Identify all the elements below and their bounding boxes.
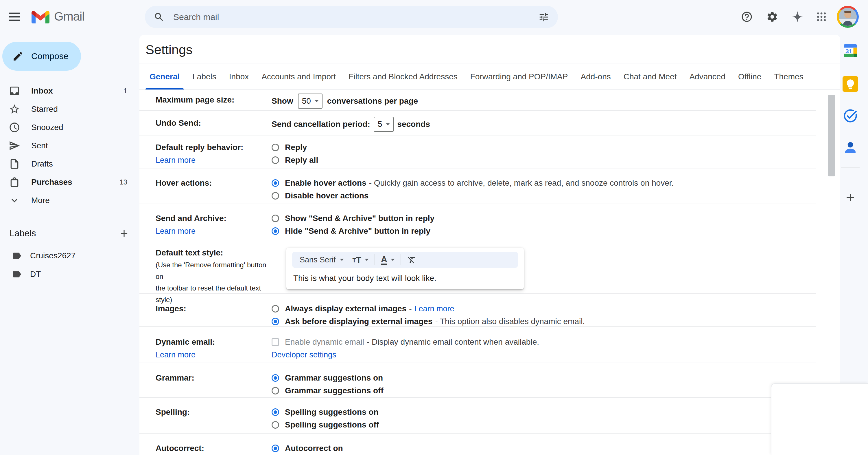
sidebar-item-snoozed[interactable]: Snoozed xyxy=(0,118,136,136)
row-label: Spelling: xyxy=(156,406,272,419)
radio-grammar-on[interactable] xyxy=(272,374,279,382)
developer-settings-link[interactable]: Developer settings xyxy=(272,348,336,361)
cancellation-prefix: Send cancellation period: xyxy=(272,118,370,131)
radio-grammar-off[interactable] xyxy=(272,387,279,395)
row-label: Default reply behavior: xyxy=(156,141,272,154)
tab-chat-and-meet[interactable]: Chat and Meet xyxy=(620,63,681,90)
sidebar-label-dt[interactable]: DT xyxy=(0,265,136,283)
sidebar-label-cruises2627[interactable]: Cruises2627 xyxy=(0,247,136,265)
sidebar-item-label: Snoozed xyxy=(31,123,63,132)
chevron-down-icon xyxy=(315,100,318,102)
plus-icon xyxy=(844,191,857,204)
chevron-down-icon[interactable] xyxy=(340,259,344,261)
label-name: Cruises2627 xyxy=(30,251,75,260)
row-label: Default text style: xyxy=(156,247,272,259)
sidebar-item-inbox[interactable]: Inbox 1 xyxy=(0,82,136,100)
settings-button[interactable] xyxy=(762,6,783,27)
chevron-down-icon[interactable] xyxy=(391,259,395,261)
keep-panel-button[interactable] xyxy=(841,75,860,93)
row-maximum-page-size: Maximum page size: Show 50 conversations… xyxy=(140,90,816,111)
row-label: Dynamic email: xyxy=(156,336,272,348)
get-add-ons-button[interactable] xyxy=(841,188,860,207)
tab-inbox[interactable]: Inbox xyxy=(225,63,253,90)
purchases-count-badge: 13 xyxy=(120,178,127,186)
row-label: Maximum page size: xyxy=(156,93,272,106)
contacts-panel-button[interactable] xyxy=(841,138,860,157)
tab-forwarding-and-pop-imap[interactable]: Forwarding and POP/IMAP xyxy=(466,63,572,90)
checkbox-enable-dynamic-email[interactable] xyxy=(272,338,279,346)
tab-filters-and-blocked-addresses[interactable]: Filters and Blocked Addresses xyxy=(344,63,462,90)
radio-hide-send-archive[interactable] xyxy=(272,227,279,235)
search-icon[interactable] xyxy=(154,11,164,23)
row-hover-actions: Hover actions: Enable hover actions- Qui… xyxy=(140,169,816,204)
compose-button[interactable]: Compose xyxy=(2,42,81,71)
tab-add-ons[interactable]: Add-ons xyxy=(577,63,615,90)
radio-show-send-archive[interactable] xyxy=(272,215,279,222)
learn-more-link[interactable]: Learn more xyxy=(156,348,272,361)
cancellation-period-select[interactable]: 5 xyxy=(374,117,394,132)
show-text: Show xyxy=(272,95,293,108)
sidebar-item-sent[interactable]: Sent xyxy=(0,136,136,155)
apps-button[interactable] xyxy=(811,6,832,27)
font-family-dropdown[interactable]: Sans Serif xyxy=(300,255,336,264)
learn-more-link[interactable]: Learn more xyxy=(414,302,455,315)
labels-section-header: Labels xyxy=(9,226,134,240)
sidebar-item-label: Drafts xyxy=(31,159,53,169)
toolbar-divider xyxy=(375,254,375,265)
radio-always-display-images[interactable] xyxy=(272,305,279,313)
row-grammar: Grammar: Grammar suggestions on Grammar … xyxy=(140,363,816,398)
label-tag-icon xyxy=(11,269,22,280)
search-input[interactable] xyxy=(173,12,538,22)
remove-formatting-icon[interactable] xyxy=(407,255,417,265)
radio-spelling-off[interactable] xyxy=(272,421,279,429)
chevron-down-icon[interactable] xyxy=(365,259,369,261)
plus-icon xyxy=(119,228,130,239)
account-avatar[interactable] xyxy=(837,6,859,28)
row-send-and-archive: Send and Archive: Learn more Show "Send … xyxy=(140,204,816,238)
gmail-m-icon xyxy=(32,10,50,24)
toolbar-divider xyxy=(401,254,401,265)
gemini-button[interactable] xyxy=(787,6,808,27)
keep-icon xyxy=(842,76,858,92)
calendar-panel-button[interactable]: 31 xyxy=(841,41,860,60)
add-label-button[interactable] xyxy=(117,226,131,240)
apps-grid-icon xyxy=(816,11,827,23)
vertical-scrollbar-thumb[interactable] xyxy=(828,95,835,176)
svg-text:31: 31 xyxy=(845,48,852,54)
gmail-logo[interactable]: Gmail xyxy=(32,9,85,24)
learn-more-link[interactable]: Learn more xyxy=(156,154,272,167)
menu-button[interactable] xyxy=(4,6,25,27)
sidebar-item-label: Sent xyxy=(31,141,48,150)
radio-spelling-on[interactable] xyxy=(272,408,279,416)
tab-offline[interactable]: Offline xyxy=(734,63,765,90)
tune-icon[interactable] xyxy=(538,11,549,23)
option-description: - Display dynamic email content when ava… xyxy=(367,336,539,348)
row-label: Hover actions: xyxy=(156,177,272,190)
tab-general[interactable]: General xyxy=(146,63,184,90)
font-size-icon[interactable]: TT xyxy=(352,255,362,264)
tab-accounts-and-import[interactable]: Accounts and Import xyxy=(257,63,340,90)
help-button[interactable] xyxy=(736,6,757,27)
sidebar-item-more[interactable]: More xyxy=(0,191,136,209)
sidebar-item-drafts[interactable]: Drafts xyxy=(0,155,136,173)
sidebar-item-purchases[interactable]: Purchases 13 xyxy=(0,173,136,191)
text-color-icon[interactable]: A xyxy=(381,255,387,265)
learn-more-link[interactable]: Learn more xyxy=(156,225,272,237)
tab-themes[interactable]: Themes xyxy=(770,63,807,90)
chevron-down-icon xyxy=(9,195,20,206)
tasks-panel-button[interactable] xyxy=(841,107,860,125)
search-bar[interactable] xyxy=(145,6,558,28)
page-size-select[interactable]: 50 xyxy=(298,93,322,109)
settings-panel: Settings General Labels Inbox Accounts a… xyxy=(140,35,840,455)
radio-autocorrect-on[interactable] xyxy=(272,445,279,452)
tab-advanced[interactable]: Advanced xyxy=(685,63,730,90)
radio-reply[interactable] xyxy=(272,144,279,151)
radio-reply-all[interactable] xyxy=(272,157,279,164)
chevron-down-icon xyxy=(386,123,390,125)
gmail-settings-page: Gmail xyxy=(0,0,868,455)
radio-disable-hover-actions[interactable] xyxy=(272,192,279,200)
radio-ask-before-displaying-images[interactable] xyxy=(272,318,279,325)
tab-labels[interactable]: Labels xyxy=(188,63,220,90)
radio-enable-hover-actions[interactable] xyxy=(272,179,279,187)
sidebar-item-starred[interactable]: Starred xyxy=(0,100,136,118)
